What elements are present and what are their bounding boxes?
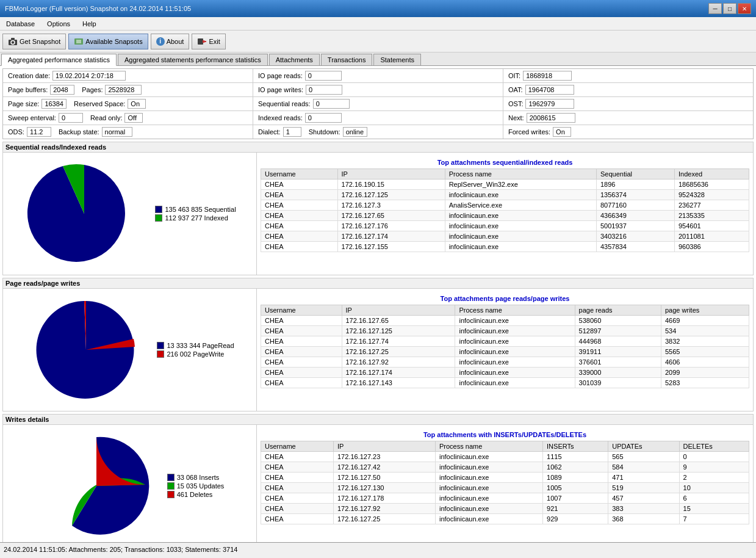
sequential-color-1 xyxy=(155,206,162,213)
table-row: CHEA172.16.127.130infoclinicaun.exe10055… xyxy=(261,483,749,493)
menu-database[interactable]: Database xyxy=(2,19,38,29)
page-reads-section-header: Page reads/page writes xyxy=(2,278,754,288)
pr-col-page-writes: page writes xyxy=(661,305,749,316)
tab-aggregated-perf[interactable]: Aggregated performance statistics xyxy=(1,54,117,66)
get-snapshot-label: Get Snapshot xyxy=(20,38,60,45)
info-icon: i xyxy=(156,37,165,46)
table-row: CHEA172.16.127.50infoclinicaun.exe108947… xyxy=(261,473,749,483)
wr-col-inserts: INSERTs xyxy=(543,441,608,452)
writes-legend-item-3: 461 Deletes xyxy=(167,491,225,498)
read-only-label: Read only: xyxy=(90,114,123,121)
table-row: CHEA172.16.127.143infoclinicaun.exe30103… xyxy=(261,378,749,388)
writes-chart-left: 33 068 Inserts 15 035 Updates 461 Delete… xyxy=(3,425,256,542)
sequential-pie-chart xyxy=(23,159,145,269)
forced-writes-cell: Forced writes: On xyxy=(503,125,753,139)
page-reads-color-1 xyxy=(157,342,164,349)
dialect-label: Dialect: xyxy=(258,128,281,136)
pages-value: 2528928 xyxy=(105,85,142,95)
sequential-table-title: Top attachments sequential/indexed reads xyxy=(261,156,749,168)
available-snapshots-button[interactable]: Available Snapsots xyxy=(68,34,148,49)
sequential-table-container: Top attachments sequential/indexed reads… xyxy=(256,153,753,275)
table-row: CHEA172.16.190.15ReplServer_Win32.exe189… xyxy=(261,179,749,190)
reserved-space-label: Reserved Space: xyxy=(74,100,125,107)
writes-table-title: Top attachments with INSERTs/UPDATEs/DEL… xyxy=(261,429,749,441)
table-row: CHEA172.16.127.25infoclinicaun.exe391911… xyxy=(261,347,749,357)
toolbar: Get Snapshot Available Snapsots i About … xyxy=(0,31,756,53)
exit-button[interactable]: Exit xyxy=(192,34,225,49)
sweep-cell: Sweep enterval: 0 Read only: Off xyxy=(3,111,253,125)
ost-cell: OST: 1962979 xyxy=(503,97,753,111)
sequential-col-username: Username xyxy=(261,169,338,179)
menu-options[interactable]: Options xyxy=(43,19,74,29)
page-reads-legend-item-1: 13 333 344 PageRead xyxy=(157,342,234,349)
next-cell: Next: 2008615 xyxy=(503,111,753,125)
sequential-col-ip: IP xyxy=(337,169,445,179)
table-row: CHEA172.16.127.42infoclinicaun.exe106258… xyxy=(261,462,749,473)
sweep-label: Sweep enterval: xyxy=(8,114,56,121)
writes-legend-label-3: 461 Deletes xyxy=(177,491,213,498)
menu-bar: Database Options Help xyxy=(0,17,756,31)
tab-aggregated-statements[interactable]: Aggregated statements performance statis… xyxy=(118,54,268,65)
table-row: CHEA172.16.127.176infoclinicaun.exe50019… xyxy=(261,221,749,231)
page-reads-table-title: Top attachments page reads/page writes xyxy=(261,292,749,305)
tab-attachments[interactable]: Attachments xyxy=(269,54,320,65)
tabs: Aggregated performance statistics Aggreg… xyxy=(0,53,756,66)
stats-row-4: Sweep enterval: 0 Read only: Off Indexed… xyxy=(3,111,753,125)
sequential-legend: 135 463 835 Sequential 112 937 277 Index… xyxy=(155,206,236,222)
backup-state-label: Backup state: xyxy=(59,128,99,136)
oat-value: 1964708 xyxy=(525,85,574,95)
backup-state-value: normal xyxy=(102,127,132,137)
get-snapshot-button[interactable]: Get Snapshot xyxy=(2,34,66,49)
table-row: CHEA172.16.127.23infoclinicaun.exe111556… xyxy=(261,452,749,462)
page-size-cell: Page size: 16384 Reserved Space: On xyxy=(3,97,253,111)
sequential-color-2 xyxy=(155,214,162,222)
tab-transactions[interactable]: Transactions xyxy=(321,54,373,65)
page-size-label: Page size: xyxy=(8,100,39,107)
table-row: CHEA172.16.127.3AnalisService.exe8077160… xyxy=(261,200,749,211)
table-row: CHEA172.16.127.92infoclinicaun.exe376601… xyxy=(261,357,749,368)
oat-cell: OAT: 1964708 xyxy=(503,83,753,96)
maximize-button[interactable]: □ xyxy=(723,3,736,14)
sequential-col-indexed: Indexed xyxy=(674,169,749,179)
forced-writes-label: Forced writes: xyxy=(508,128,550,136)
table-row: CHEA172.16.127.74infoclinicaun.exe444968… xyxy=(261,336,749,347)
about-button[interactable]: i About xyxy=(151,34,190,49)
ods-value: 11.2 xyxy=(27,127,51,137)
oit-cell: OIT: 1868918 xyxy=(503,69,753,82)
ost-label: OST: xyxy=(508,100,523,107)
creation-date-label: Creation date: xyxy=(8,72,50,79)
close-button[interactable]: ✕ xyxy=(738,3,751,14)
table-row: CHEA172.16.127.174infoclinicaun.exe34032… xyxy=(261,231,749,242)
writes-color-3 xyxy=(167,491,175,498)
available-snapshots-label: Available Snapsots xyxy=(85,38,142,45)
sequential-col-process: Process name xyxy=(445,169,596,179)
dialect-value: 1 xyxy=(283,127,301,137)
minimize-button[interactable]: ─ xyxy=(708,3,722,14)
page-reads-table-container: Top attachments page reads/page writes U… xyxy=(256,289,753,411)
next-label: Next: xyxy=(508,114,524,121)
tab-statements[interactable]: Statements xyxy=(373,54,421,65)
svg-rect-2 xyxy=(11,38,15,40)
oit-value: 1868918 xyxy=(523,71,572,81)
pages-label: Pages: xyxy=(82,86,103,93)
wr-col-updates: UPDATEs xyxy=(608,441,679,452)
writes-table-container: Top attachments with INSERTs/UPDATEs/DEL… xyxy=(256,425,753,542)
sequential-legend-label-2: 112 937 277 Indexed xyxy=(165,214,228,222)
writes-legend: 33 068 Inserts 15 035 Updates 461 Delete… xyxy=(167,474,225,498)
page-reads-pie-chart xyxy=(25,295,147,405)
sweep-value: 0 xyxy=(59,113,83,123)
stats-row-3: Page size: 16384 Reserved Space: On Sequ… xyxy=(3,97,753,111)
menu-help[interactable]: Help xyxy=(79,19,100,29)
writes-pie-chart xyxy=(35,431,157,541)
sequential-legend-label-1: 135 463 835 Sequential xyxy=(165,206,236,213)
indexed-reads-value: 0 xyxy=(305,113,342,123)
window-controls: ─ □ ✕ xyxy=(708,3,751,14)
page-reads-legend-label-1: 13 333 344 PageRead xyxy=(167,342,234,349)
status-text: 24.02.2014 11:51:05: Attachments: 205; T… xyxy=(4,546,237,553)
reserved-space-value: On xyxy=(128,99,146,109)
page-reads-table: Username IP Process name page reads page… xyxy=(261,305,749,388)
wr-col-process: Process name xyxy=(435,441,542,452)
writes-table: Username IP Process name INSERTs UPDATEs… xyxy=(261,441,749,524)
stats-row-2: Page buffers: 2048 Pages: 2528928 IO pag… xyxy=(3,83,753,97)
io-page-writes-value: 0 xyxy=(306,85,342,95)
